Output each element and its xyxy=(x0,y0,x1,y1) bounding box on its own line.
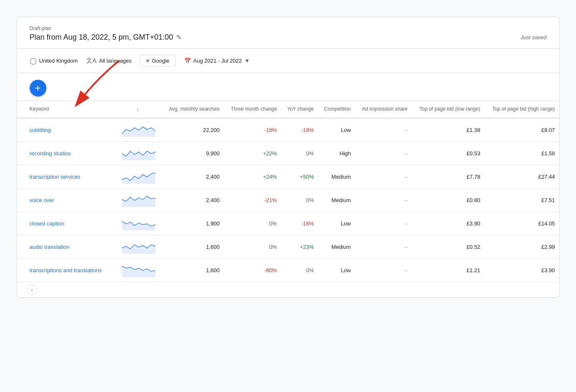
cell-yoy-change: -16% xyxy=(281,212,318,235)
sort-icon: ↓ xyxy=(137,106,139,112)
col-keyword: Keyword xyxy=(17,101,114,118)
cell-three-month-change: +24% xyxy=(224,165,281,188)
cell-keyword[interactable]: recording studios xyxy=(17,142,114,165)
cell-avg-monthly: 2,400 xyxy=(162,188,223,212)
col-yoy: YoY change xyxy=(281,101,318,118)
cell-keyword[interactable]: transcription services xyxy=(17,165,114,188)
sparkline-svg xyxy=(120,145,157,160)
location-label: United Kingdom xyxy=(39,58,78,64)
cell-sparkline xyxy=(114,118,162,142)
cell-avg-monthly: 2,400 xyxy=(162,165,223,188)
table-body: subtitling22,200-18%-18%Low–£1.38£8.07re… xyxy=(17,118,559,282)
sparkline-svg xyxy=(120,192,157,207)
cell-keyword[interactable]: subtitling xyxy=(17,118,114,142)
table-row: voice over2,400-21%0%Medium–£0.80£7.51 xyxy=(17,188,559,212)
cell-ad-impression: – xyxy=(355,118,412,142)
sparkline-svg xyxy=(120,262,157,277)
cell-competition: High xyxy=(318,142,355,165)
cell-top-bid-high: £14.05 xyxy=(485,212,559,235)
cell-sparkline xyxy=(114,258,162,282)
cell-keyword[interactable]: transcriptions and translations xyxy=(17,258,114,282)
table-row: recording studios9,900+22%0%High–£0.53£1… xyxy=(17,142,559,165)
scroll-left-icon: ‹ xyxy=(31,287,33,292)
cell-sparkline xyxy=(114,188,162,212)
language-filter[interactable]: 文A All languages xyxy=(86,57,132,65)
cell-top-bid-low: £0.80 xyxy=(412,188,485,212)
cell-three-month-change: -80% xyxy=(224,258,281,282)
col-top-bid-high: Top of page bid (high range) xyxy=(485,101,559,118)
plan-title-row: Plan from Aug 18, 2022, 5 pm, GMT+01:00 … xyxy=(30,33,547,42)
filter-bar: ◯ United Kingdom 文A All languages ≡ Goog… xyxy=(17,49,559,73)
scroll-left-button[interactable]: ‹ xyxy=(27,285,37,295)
location-filter[interactable]: ◯ United Kingdom xyxy=(30,57,78,65)
cell-yoy-change: 0% xyxy=(281,188,318,212)
plus-icon: + xyxy=(35,82,41,94)
cell-sparkline xyxy=(114,165,162,188)
sparkline-svg xyxy=(120,215,157,230)
cell-yoy-change: +50% xyxy=(281,165,318,188)
engine-icon: ≡ xyxy=(146,58,150,64)
cell-yoy-change: 0% xyxy=(281,258,318,282)
table-header-row: Keyword ↓ Avg. monthly searches Three mo… xyxy=(17,101,559,118)
col-ad-impression: Ad impression share xyxy=(355,101,412,118)
cell-three-month-change: 0% xyxy=(224,235,281,258)
location-icon: ◯ xyxy=(30,57,37,65)
cell-avg-monthly: 1,600 xyxy=(162,235,223,258)
plan-title: Plan from Aug 18, 2022, 5 pm, GMT+01:00 … xyxy=(30,33,182,42)
main-container: Draft plan Plan from Aug 18, 2022, 5 pm,… xyxy=(17,17,560,298)
cell-competition: Medium xyxy=(318,165,355,188)
cell-avg-monthly: 22,200 xyxy=(162,118,223,142)
cell-competition: Medium xyxy=(318,235,355,258)
language-label: All languages xyxy=(99,58,132,64)
cell-avg-monthly: 1,600 xyxy=(162,258,223,282)
cell-ad-impression: – xyxy=(355,142,412,165)
cell-top-bid-high: £27.44 xyxy=(485,165,559,188)
cell-top-bid-low: £1.21 xyxy=(412,258,485,282)
cell-yoy-change: 0% xyxy=(281,142,318,165)
cell-ad-impression: – xyxy=(355,165,412,188)
col-avg-monthly: Avg. monthly searches xyxy=(162,101,223,118)
cell-three-month-change: 0% xyxy=(224,212,281,235)
cell-competition: Medium xyxy=(318,188,355,212)
cell-keyword[interactable]: closed caption xyxy=(17,212,114,235)
cell-competition: Low xyxy=(318,118,355,142)
cell-avg-monthly: 1,900 xyxy=(162,212,223,235)
chevron-down-icon: ▼ xyxy=(244,58,250,64)
draft-label: Draft plan xyxy=(30,25,547,31)
sparkline-svg xyxy=(120,239,157,254)
keyword-table: Keyword ↓ Avg. monthly searches Three mo… xyxy=(17,101,559,282)
sparkline-svg xyxy=(120,122,157,137)
cell-top-bid-low: £7.78 xyxy=(412,165,485,188)
cell-top-bid-high: £3.90 xyxy=(485,258,559,282)
date-range-label: Aug 2021 - Jul 2022 xyxy=(193,58,242,64)
plan-title-text: Plan from Aug 18, 2022, 5 pm, GMT+01:00 xyxy=(30,33,173,42)
cell-sparkline xyxy=(114,142,162,165)
table-row: transcriptions and translations1,600-80%… xyxy=(17,258,559,282)
cell-ad-impression: – xyxy=(355,212,412,235)
cell-yoy-change: +23% xyxy=(281,235,318,258)
cell-top-bid-high: £1.58 xyxy=(485,142,559,165)
cell-top-bid-low: £3.90 xyxy=(412,212,485,235)
bottom-row: ‹ xyxy=(17,282,559,297)
cell-three-month-change: -21% xyxy=(224,188,281,212)
engine-label: Google xyxy=(152,58,170,64)
sparkline-svg xyxy=(120,169,157,184)
cell-competition: Low xyxy=(318,258,355,282)
table-row: transcription services2,400+24%+50%Mediu… xyxy=(17,165,559,188)
cell-top-bid-low: £0.53 xyxy=(412,142,485,165)
table-row: audio translation1,6000%+23%Medium–£0.52… xyxy=(17,235,559,258)
cell-top-bid-high: £8.07 xyxy=(485,118,559,142)
date-filter[interactable]: 📅 Aug 2021 - Jul 2022 ▼ xyxy=(184,58,250,64)
cell-three-month-change: +22% xyxy=(224,142,281,165)
cell-keyword[interactable]: voice over xyxy=(17,188,114,212)
cell-top-bid-high: £2.99 xyxy=(485,235,559,258)
table-row: subtitling22,200-18%-18%Low–£1.38£8.07 xyxy=(17,118,559,142)
col-three-month: Three month change xyxy=(224,101,281,118)
cell-sparkline xyxy=(114,212,162,235)
add-keyword-button[interactable]: + xyxy=(30,80,46,96)
engine-filter[interactable]: ≡ Google xyxy=(140,55,176,67)
edit-icon[interactable]: ✎ xyxy=(176,33,182,41)
cell-three-month-change: -18% xyxy=(224,118,281,142)
col-sort[interactable]: ↓ xyxy=(114,101,162,118)
cell-keyword[interactable]: audio translation xyxy=(17,235,114,258)
